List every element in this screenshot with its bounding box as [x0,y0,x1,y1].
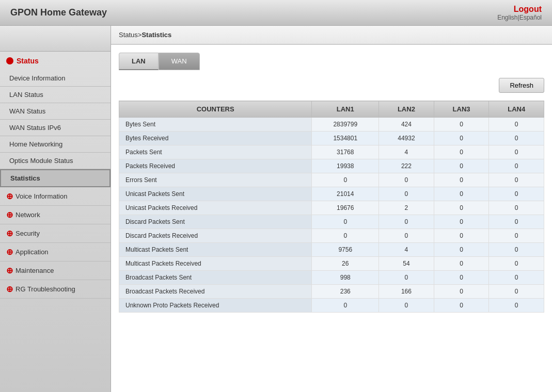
app-title: GPON Home Gateway [10,7,107,18]
lan4-value: 0 [489,229,544,243]
tab-bar: LAN WAN [119,53,544,70]
breadcrumb: Status>Statistics [119,31,171,39]
stats-table: COUNTERS LAN1 LAN2 LAN3 LAN4 Bytes Sent2… [119,101,544,313]
lan3-value: 0 [434,299,489,313]
table-row: Multicast Packets Received265400 [119,257,544,271]
col-header-lan2: LAN2 [379,101,434,118]
table-row: Unicast Packets Received19676200 [119,201,544,215]
content-body: LAN WAN Refresh COUNTERS LAN1 LAN2 LAN3 … [111,45,552,392]
lan2-value: 222 [379,159,434,173]
lan1-value: 31768 [312,145,379,159]
sidebar-logo [0,26,111,52]
counter-label: Broadcast Packets Received [119,285,312,299]
counter-label: Errors Sent [119,173,312,187]
lan3-value: 0 [434,159,489,173]
sidebar: Status Device Information LAN Status WAN… [0,26,111,392]
lan2-value: 4 [379,243,434,257]
lan4-value: 0 [489,145,544,159]
sidebar-item-security[interactable]: ⊕ Security [0,224,111,243]
lang-spanish[interactable]: Español [519,14,542,21]
lan2-value: 0 [379,215,434,229]
sidebar-item-home-networking[interactable]: Home Networking [0,136,111,153]
counter-label: Discard Packets Sent [119,215,312,229]
lan1-value: 19676 [312,201,379,215]
sidebar-item-application[interactable]: ⊕ Application [0,243,111,262]
top-bar-right: Logout English|Español [497,5,542,21]
lan1-value: 2839799 [312,118,379,132]
sidebar-item-rg-troubleshooting[interactable]: ⊕ RG Troubleshooting [0,280,111,299]
sidebar-item-device-info[interactable]: Device Information [0,70,111,87]
sidebar-item-wan-status[interactable]: WAN Status [0,103,111,120]
lan2-value: 44932 [379,132,434,145]
table-row: Discard Packets Received0000 [119,229,544,243]
lan1-value: 0 [312,173,379,187]
lan4-value: 0 [489,173,544,187]
lan4-value: 0 [489,215,544,229]
breadcrumb-parent: Status [119,31,138,39]
counter-label: Unicast Packets Received [119,201,312,215]
lan4-value: 0 [489,118,544,132]
lan2-value: 166 [379,285,434,299]
lan3-value: 0 [434,118,489,132]
lan2-value: 2 [379,201,434,215]
col-header-lan4: LAN4 [489,101,544,118]
counter-label: Packets Sent [119,145,312,159]
tab-lan[interactable]: LAN [119,53,159,70]
table-row: Broadcast Packets Sent998000 [119,271,544,285]
col-header-counters: COUNTERS [119,101,312,118]
refresh-button[interactable]: Refresh [499,78,544,93]
lan3-value: 0 [434,201,489,215]
lan3-value: 0 [434,187,489,201]
sidebar-item-wan-status-ipv6[interactable]: WAN Status IPv6 [0,120,111,136]
counter-label: Multicast Packets Sent [119,243,312,257]
lan1-value: 21014 [312,187,379,201]
lan1-value: 998 [312,271,379,285]
table-row: Unicast Packets Sent21014000 [119,187,544,201]
lan3-value: 0 [434,145,489,159]
lan2-value: 4 [379,145,434,159]
counter-label: Broadcast Packets Sent [119,271,312,285]
lan4-value: 0 [489,187,544,201]
lan2-value: 0 [379,271,434,285]
content-area: Status>Statistics LAN WAN Refresh COUNTE… [111,26,552,392]
sidebar-item-maintenance[interactable]: ⊕ Maintenance [0,262,111,280]
content-header: Status>Statistics [111,26,552,45]
table-row: Packets Received1993822200 [119,159,544,173]
lang-english[interactable]: English [497,14,517,21]
lan2-value: 54 [379,257,434,271]
lan3-value: 0 [434,285,489,299]
table-row: Broadcast Packets Received23616600 [119,285,544,299]
lan3-value: 0 [434,215,489,229]
sidebar-status-label: Status [17,57,39,65]
counter-label: Bytes Received [119,132,312,145]
counter-label: Bytes Sent [119,118,312,132]
logout-button[interactable]: Logout [514,5,542,14]
counter-label: Unicast Packets Sent [119,187,312,201]
sidebar-item-lan-status[interactable]: LAN Status [0,87,111,103]
lan1-value: 0 [312,229,379,243]
sidebar-status-item[interactable]: Status [0,52,111,70]
sidebar-item-network[interactable]: ⊕ Network [0,206,111,224]
counter-label: Multicast Packets Received [119,257,312,271]
sidebar-item-voice-info[interactable]: ⊕ Voice Information [0,187,111,206]
plus-icon-network: ⊕ [6,210,13,220]
table-row: Errors Sent0000 [119,173,544,187]
table-row: Packets Sent31768400 [119,145,544,159]
lan2-value: 424 [379,118,434,132]
lan3-value: 0 [434,132,489,145]
lan1-value: 0 [312,215,379,229]
lan4-value: 0 [489,257,544,271]
plus-icon-maintenance: ⊕ [6,266,13,275]
lan1-value: 1534801 [312,132,379,145]
lan1-value: 0 [312,299,379,313]
sidebar-item-optics-module[interactable]: Optics Module Status [0,153,111,169]
sidebar-item-statistics[interactable]: Statistics [0,169,111,187]
tab-wan[interactable]: WAN [159,53,200,70]
status-indicator [6,57,13,64]
plus-icon-rg: ⊕ [6,284,13,294]
lan1-value: 26 [312,257,379,271]
lan4-value: 0 [489,132,544,145]
plus-icon-application: ⊕ [6,247,13,257]
lan1-value: 9756 [312,243,379,257]
counter-label: Packets Received [119,159,312,173]
